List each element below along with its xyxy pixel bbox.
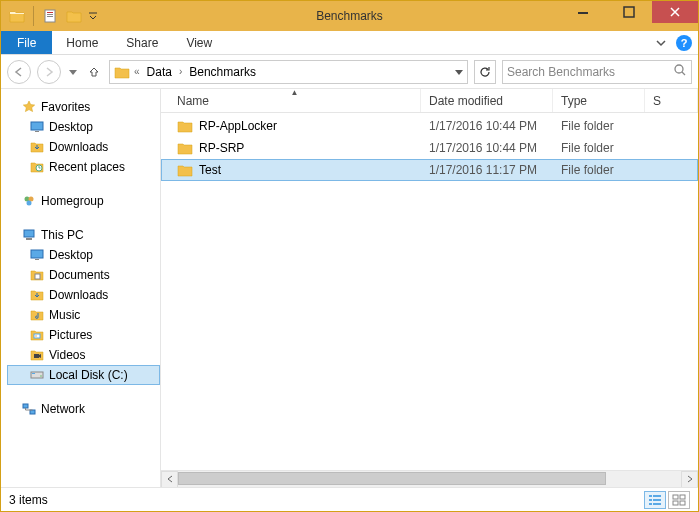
svg-point-12 [27, 201, 32, 206]
column-name[interactable]: Name▲ [169, 89, 421, 112]
file-type: File folder [553, 119, 645, 133]
pictures-icon [29, 327, 45, 343]
file-list[interactable]: RP-AppLocker1/17/2016 10:44 PMFile folde… [161, 113, 698, 470]
svg-rect-16 [35, 259, 39, 260]
thumbnails-view-button[interactable] [668, 491, 690, 509]
window-title: Benchmarks [316, 9, 383, 23]
sidebar-item-documents[interactable]: Documents [7, 265, 160, 285]
maximize-button[interactable] [606, 1, 652, 23]
navigation-pane: Favorites Desktop Downloads Recent place… [1, 89, 161, 487]
chevron-left-icon[interactable]: « [132, 66, 142, 77]
new-folder-icon[interactable] [64, 6, 84, 26]
horizontal-scrollbar[interactable] [161, 470, 698, 487]
documents-icon [29, 267, 45, 283]
breadcrumb[interactable]: Benchmarks [186, 65, 259, 79]
favorites-label: Favorites [41, 100, 90, 114]
recent-icon [29, 159, 45, 175]
main-area: Favorites Desktop Downloads Recent place… [1, 89, 698, 487]
svg-rect-22 [32, 373, 35, 374]
sidebar-item-local-disk[interactable]: Local Disk (C:) [7, 365, 160, 385]
close-button[interactable] [652, 1, 698, 23]
file-tab[interactable]: File [1, 31, 52, 54]
network-label: Network [41, 402, 85, 416]
column-headers: Name▲ Date modified Type S [161, 89, 698, 113]
navigation-bar: « Data › Benchmarks [1, 55, 698, 89]
svg-rect-15 [31, 250, 43, 258]
table-row[interactable]: RP-SRP1/17/2016 10:44 PMFile folder [161, 137, 698, 159]
table-row[interactable]: RP-AppLocker1/17/2016 10:44 PMFile folde… [161, 115, 698, 137]
svg-rect-3 [47, 16, 53, 17]
history-dropdown-icon[interactable] [67, 65, 79, 79]
downloads-icon [29, 287, 45, 303]
svg-rect-14 [26, 238, 32, 240]
sidebar-item-pictures[interactable]: Pictures [7, 325, 160, 345]
svg-rect-4 [578, 12, 588, 14]
tab-view[interactable]: View [172, 31, 226, 54]
svg-rect-24 [23, 404, 28, 408]
sidebar-item-downloads[interactable]: Downloads [7, 285, 160, 305]
table-row[interactable]: Test1/17/2016 11:17 PMFile folder [161, 159, 698, 181]
sidebar-item-desktop[interactable]: Desktop [7, 117, 160, 137]
back-button[interactable] [7, 60, 31, 84]
file-name: RP-AppLocker [199, 119, 277, 133]
help-icon[interactable]: ? [676, 35, 692, 51]
scroll-right-icon[interactable] [681, 471, 698, 488]
scroll-track[interactable] [178, 471, 681, 488]
search-input[interactable] [507, 65, 673, 79]
sidebar-item-videos[interactable]: Videos [7, 345, 160, 365]
svg-rect-30 [649, 503, 652, 505]
sidebar-item-recent[interactable]: Recent places [7, 157, 160, 177]
file-type: File folder [553, 141, 645, 155]
column-date[interactable]: Date modified [421, 89, 553, 112]
details-view-button[interactable] [644, 491, 666, 509]
downloads-icon [29, 139, 45, 155]
folder-icon [7, 6, 27, 26]
properties-icon[interactable] [40, 6, 60, 26]
title-bar: Benchmarks [1, 1, 698, 31]
sidebar-item-downloads[interactable]: Downloads [7, 137, 160, 157]
tab-home[interactable]: Home [52, 31, 112, 54]
expand-ribbon-icon[interactable] [654, 36, 668, 50]
thispc-header[interactable]: This PC [7, 225, 160, 245]
scroll-left-icon[interactable] [161, 471, 178, 488]
file-date: 1/17/2016 10:44 PM [421, 119, 553, 133]
up-button[interactable] [85, 65, 103, 79]
svg-rect-17 [35, 274, 40, 279]
svg-rect-21 [31, 372, 43, 378]
breadcrumb[interactable]: Data [144, 65, 175, 79]
sidebar-item-desktop[interactable]: Desktop [7, 245, 160, 265]
star-icon [21, 99, 37, 115]
file-date: 1/17/2016 10:44 PM [421, 141, 553, 155]
tab-share[interactable]: Share [112, 31, 172, 54]
file-date: 1/17/2016 11:17 PM [421, 163, 553, 177]
folder-icon [177, 118, 193, 134]
search-box[interactable] [502, 60, 692, 84]
file-type: File folder [553, 163, 645, 177]
search-icon[interactable] [673, 63, 687, 80]
minimize-button[interactable] [560, 1, 606, 23]
drive-icon [29, 367, 45, 383]
address-bar[interactable]: « Data › Benchmarks [109, 60, 468, 84]
network-header[interactable]: Network [7, 399, 160, 419]
homegroup-header[interactable]: Homegroup [7, 191, 160, 211]
status-bar: 3 items [1, 487, 698, 511]
svg-rect-35 [680, 501, 685, 505]
svg-point-19 [35, 335, 37, 337]
thispc-label: This PC [41, 228, 84, 242]
svg-rect-29 [653, 499, 661, 501]
qat-dropdown-icon[interactable] [88, 6, 98, 26]
folder-icon [114, 64, 130, 80]
explorer-window: Benchmarks File Home Share View ? « Data… [0, 0, 699, 512]
column-type[interactable]: Type [553, 89, 645, 112]
forward-button[interactable] [37, 60, 61, 84]
network-icon [21, 401, 37, 417]
scroll-thumb[interactable] [178, 472, 606, 485]
sidebar-item-music[interactable]: Music [7, 305, 160, 325]
sort-ascending-icon: ▲ [291, 89, 299, 97]
svg-rect-7 [31, 122, 43, 130]
refresh-button[interactable] [474, 60, 496, 84]
address-dropdown-icon[interactable] [455, 65, 463, 79]
favorites-header[interactable]: Favorites [7, 97, 160, 117]
column-size[interactable]: S [645, 89, 698, 112]
desktop-icon [29, 247, 45, 263]
